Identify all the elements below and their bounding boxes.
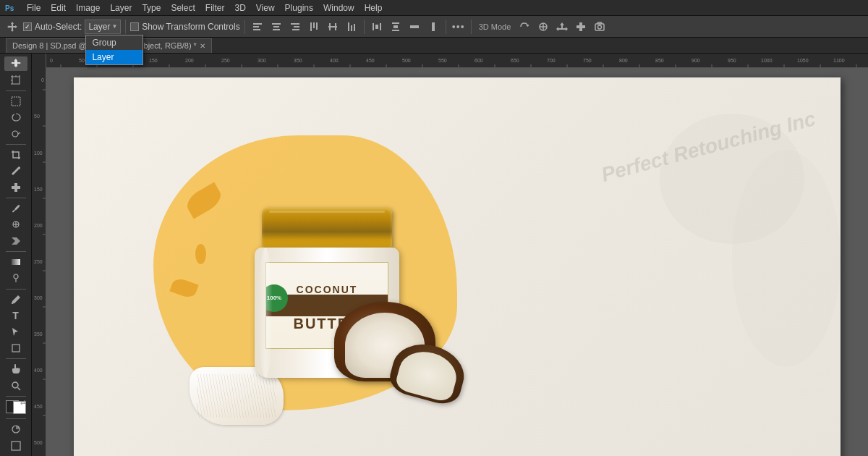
svg-line-52 (17, 387, 20, 390)
tool-screen-mode[interactable] (4, 439, 27, 453)
3d-pan-btn[interactable] (554, 19, 570, 35)
svg-rect-17 (348, 22, 349, 31)
doc-tab-close-btn[interactable]: ✕ (200, 42, 205, 50)
distribute-hs-btn[interactable] (407, 19, 422, 35)
menu-3d[interactable]: 3D (229, 1, 250, 14)
tool-eyedropper[interactable] (4, 164, 27, 178)
canvas-area[interactable]: 0 50 100 150 200 250 300 350 400 (32, 54, 868, 456)
svg-rect-15 (329, 23, 331, 30)
color-swatches[interactable]: ⇄ (6, 400, 26, 414)
3d-rotate2-btn[interactable] (535, 19, 551, 35)
distribute-h-btn[interactable] (369, 19, 385, 35)
3d-camera-btn[interactable] (592, 19, 608, 35)
svg-text:Ps: Ps (5, 4, 14, 12)
svg-text:500: 500 (402, 58, 411, 63)
menu-edit[interactable]: Edit (46, 1, 71, 14)
move-tool-icon[interactable] (4, 19, 20, 35)
tool-clone[interactable] (4, 217, 27, 232)
svg-text:850: 850 (655, 58, 664, 63)
align-center-btn[interactable] (268, 19, 284, 35)
dropdown-option-layer[interactable]: Layer (86, 50, 142, 64)
main-area: T ⇄ (0, 54, 868, 456)
tool-move[interactable] (4, 56, 27, 71)
transform-checkbox[interactable] (130, 22, 139, 31)
distribute-vs-btn[interactable] (425, 19, 441, 35)
tool-eraser[interactable] (4, 234, 27, 248)
svg-rect-25 (393, 25, 398, 28)
svg-rect-31 (576, 25, 585, 28)
svg-text:600: 600 (475, 58, 483, 63)
align-right-btn[interactable] (287, 19, 303, 35)
menu-filter[interactable]: Filter (200, 1, 230, 14)
distribute-v-btn[interactable] (388, 19, 404, 35)
jar-lid (262, 208, 392, 248)
svg-text:650: 650 (511, 58, 519, 63)
tool-lasso[interactable] (4, 110, 27, 124)
auto-select-label: Auto-Select: (35, 22, 82, 32)
tool-sep-8 (6, 418, 26, 419)
svg-text:350: 350 (294, 58, 302, 63)
svg-rect-3 (253, 26, 259, 28)
svg-text:400: 400 (34, 368, 43, 373)
3d-rotate-btn[interactable] (516, 19, 532, 35)
tool-quick-mask[interactable] (4, 422, 27, 436)
svg-text:0: 0 (41, 77, 44, 83)
align-left-btn[interactable] (250, 19, 265, 35)
tool-zoom[interactable] (4, 378, 27, 392)
toolbar-sep-1 (125, 20, 126, 34)
tool-healing[interactable] (4, 180, 27, 195)
menu-view[interactable]: View (251, 1, 280, 14)
text-tool-icon: T (12, 310, 19, 321)
menu-help[interactable]: Help (359, 1, 388, 14)
tool-sep-4 (6, 251, 26, 252)
swap-colors-icon[interactable]: ⇄ (20, 399, 26, 406)
tool-brush[interactable] (4, 201, 27, 216)
toolbar-sep-4 (446, 20, 446, 34)
tools-panel: T ⇄ (0, 54, 32, 456)
tool-hand[interactable] (4, 362, 27, 376)
tool-artboard[interactable] (4, 72, 27, 87)
3d-zoom-btn[interactable] (573, 19, 589, 35)
tool-dodge[interactable] (4, 271, 27, 285)
tool-shape[interactable] (4, 341, 27, 355)
more-options-btn[interactable]: ••• (451, 19, 467, 35)
menu-image[interactable]: Image (71, 1, 105, 14)
svg-text:750: 750 (583, 58, 592, 63)
svg-text:100: 100 (34, 151, 43, 156)
tool-pen[interactable] (4, 292, 27, 306)
menu-type[interactable]: Type (137, 1, 166, 14)
tool-marquee[interactable] (4, 94, 27, 109)
menu-window[interactable]: Window (318, 1, 359, 14)
svg-rect-26 (410, 25, 419, 28)
svg-text:800: 800 (619, 58, 628, 63)
toolbar-sep-2 (244, 20, 245, 34)
menu-layer[interactable]: Layer (105, 1, 137, 14)
tool-quick-select[interactable] (4, 126, 27, 140)
tool-gradient[interactable] (4, 255, 27, 269)
tool-text[interactable]: T (4, 308, 27, 323)
auto-select-dropdown[interactable]: Layer ▼ Group Layer (85, 20, 121, 34)
dropdown-option-group[interactable]: Group (86, 35, 142, 50)
svg-text:1000: 1000 (761, 58, 773, 63)
tool-crop[interactable] (4, 148, 27, 162)
menu-file[interactable]: File (22, 1, 46, 14)
svg-text:150: 150 (34, 187, 43, 192)
svg-text:200: 200 (185, 58, 194, 63)
svg-rect-24 (392, 30, 399, 31)
3d-mode-label: 3D Mode (476, 22, 514, 31)
svg-rect-13 (316, 22, 318, 30)
auto-select-checkbox[interactable]: ✓ (23, 22, 32, 31)
align-bottom-btn[interactable] (344, 19, 359, 35)
svg-text:300: 300 (34, 295, 43, 300)
menu-select[interactable]: Select (166, 1, 200, 14)
svg-point-51 (12, 382, 18, 388)
svg-text:950: 950 (728, 58, 736, 63)
align-vcenter-btn[interactable] (325, 19, 341, 35)
show-transform-label: Show Transform Controls (142, 22, 239, 32)
menu-plugins[interactable]: Plugins (280, 1, 318, 14)
svg-text:200: 200 (34, 223, 43, 228)
tool-path-select[interactable] (4, 324, 27, 339)
svg-text:1100: 1100 (833, 58, 845, 63)
toolbar-sep-3 (364, 20, 365, 34)
align-top-btn[interactable] (306, 19, 322, 35)
